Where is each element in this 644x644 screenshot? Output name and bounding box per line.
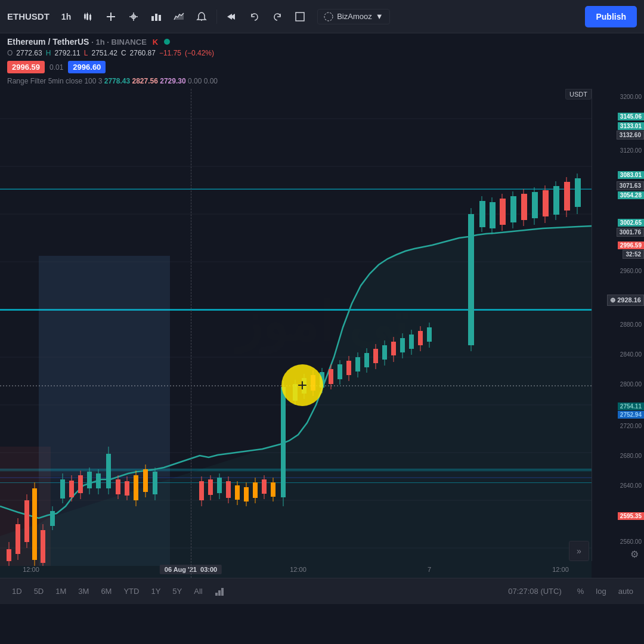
timeframe-button[interactable]: 1h — [57, 7, 76, 26]
period-1m-button[interactable]: 1M — [51, 585, 71, 597]
main-toolbar: ETHUSDT 1h — [0, 0, 644, 33]
svg-point-19 — [324, 13, 333, 21]
badge-3132: 3132.60 — [617, 131, 644, 140]
badge-3133: 3133.01 — [618, 122, 644, 130]
period-5d-button[interactable]: 5D — [29, 585, 49, 597]
svg-rect-115 — [391, 342, 396, 355]
period-5y-button[interactable]: 5Y — [168, 585, 187, 597]
fullscreen-button[interactable] — [290, 7, 310, 26]
svg-rect-4 — [90, 14, 91, 16]
svg-rect-55 — [78, 475, 83, 493]
chart-info-section: Ethereum / TetherUS · 1h · BINANCE K O 2… — [0, 33, 644, 58]
area-chart-button[interactable] — [169, 7, 189, 26]
publish-button[interactable]: Publish — [585, 6, 637, 27]
cursor-tool-button[interactable] — [123, 7, 144, 26]
svg-rect-105 — [346, 361, 351, 375]
svg-rect-13 — [155, 14, 157, 21]
alert-button[interactable] — [191, 7, 212, 26]
price-3120: 3120.00 — [620, 147, 642, 154]
svg-rect-107 — [355, 357, 360, 371]
account-name: BizAmooz — [337, 12, 372, 21]
price-2800: 2800.00 — [620, 381, 642, 388]
svg-rect-133 — [510, 196, 516, 222]
svg-rect-101 — [329, 369, 333, 384]
price-2960: 2960.00 — [620, 268, 642, 274]
price-tag-blue: 2996.60 — [68, 61, 106, 73]
indicator-v4: 0.00 — [188, 77, 202, 85]
badge-3083: 3083.01 — [618, 171, 644, 179]
candlestick-type-button[interactable] — [78, 7, 98, 26]
auto-button[interactable]: auto — [615, 586, 637, 597]
scroll-right-button[interactable]: » — [569, 541, 589, 561]
svg-rect-67 — [134, 475, 138, 500]
svg-rect-59 — [96, 473, 101, 488]
svg-rect-14 — [159, 15, 161, 21]
percent-button[interactable]: % — [574, 586, 588, 597]
candlestick-chart — [0, 89, 592, 578]
badge-crosshair: ⊕ 2928.16 — [607, 295, 644, 306]
period-ytd-button[interactable]: YTD — [119, 585, 144, 597]
bar-chart-button[interactable] — [146, 7, 166, 26]
svg-rect-87 — [262, 479, 267, 494]
add-indicator-button[interactable] — [101, 7, 121, 26]
svg-rect-123 — [427, 327, 432, 342]
period-3m-button[interactable]: 3M — [73, 585, 94, 597]
account-button[interactable]: BizAmooz ▼ — [317, 9, 389, 24]
svg-rect-149 — [221, 588, 224, 596]
indicator-v1: 2778.43 — [104, 77, 130, 85]
period-6m-button[interactable]: 6M — [96, 585, 116, 597]
svg-rect-61 — [106, 454, 111, 488]
chart-settings-icon[interactable]: ⚙ — [627, 547, 642, 561]
svg-rect-45 — [32, 488, 37, 560]
svg-rect-121 — [418, 331, 423, 345]
indicator-label: Range Filter 5min close 100 3 — [7, 77, 102, 85]
svg-rect-147 — [215, 593, 218, 596]
svg-rect-127 — [479, 201, 485, 227]
live-dot — [164, 39, 170, 45]
svg-rect-125 — [468, 214, 474, 345]
badge-3002: 3002.65 — [618, 219, 644, 227]
svg-rect-53 — [69, 481, 74, 497]
period-all-button[interactable]: All — [189, 585, 207, 597]
bottom-toolbar: 1D 5D 1M 3M 6M YTD 1Y 5Y All 07:27:08 (U… — [0, 578, 644, 604]
log-button[interactable]: log — [592, 586, 609, 597]
compare-button[interactable] — [215, 587, 224, 596]
svg-rect-91 — [281, 387, 286, 497]
svg-rect-89 — [271, 482, 275, 497]
price-3200: 3200.00 — [620, 94, 642, 100]
svg-rect-143 — [564, 182, 570, 210]
badge-3001: 3001.76 — [617, 228, 644, 237]
svg-rect-43 — [24, 500, 29, 542]
badge-2595: 2595.35 — [618, 512, 644, 520]
replay-button[interactable] — [222, 7, 242, 26]
svg-rect-135 — [521, 194, 527, 220]
time-label-1200-right: 12:00 — [552, 566, 569, 573]
k-badge: K — [153, 38, 158, 47]
price-2880: 2880.00 — [620, 321, 642, 328]
price-2640: 2640.00 — [620, 482, 642, 489]
svg-rect-1 — [87, 13, 88, 14]
badge-2996: 2996.59 — [618, 242, 644, 249]
badge-3071: 3071.63 — [617, 181, 644, 190]
svg-rect-137 — [532, 192, 538, 218]
undo-button[interactable] — [244, 7, 265, 26]
svg-rect-81 — [235, 485, 240, 500]
badge-3054: 3054.28 — [618, 191, 644, 199]
badge-3252: 32:52 — [623, 250, 644, 259]
chart-area[interactable]: تی اموز www.TitrAmooz.com آکادمی تکنیک ه… — [0, 89, 644, 578]
open-value: 2772.63 — [16, 49, 42, 57]
symbol-label: ETHUSDT — [7, 11, 49, 21]
close-value: 2760.87 — [130, 49, 156, 57]
svg-rect-18 — [296, 13, 304, 21]
price-tags-row: 2996.59 0.01 2996.60 — [0, 58, 644, 76]
svg-rect-131 — [500, 199, 506, 225]
svg-rect-113 — [382, 345, 387, 360]
svg-rect-6 — [84, 14, 86, 18]
redo-button[interactable] — [267, 7, 287, 26]
svg-rect-103 — [338, 364, 342, 379]
svg-rect-85 — [253, 482, 258, 498]
period-1d-button[interactable]: 1D — [7, 585, 27, 597]
period-1y-button[interactable]: 1Y — [146, 585, 165, 597]
vertical-crosshair — [191, 89, 191, 578]
badge-2754: 2754.11 — [618, 402, 644, 410]
